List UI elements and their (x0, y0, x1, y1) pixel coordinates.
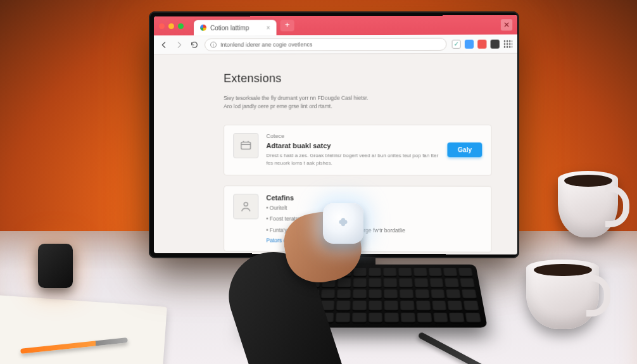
extension-bullet: • Ouritelt (266, 204, 482, 213)
overflow-menu-icon[interactable] (503, 39, 512, 48)
page-subtext: Siey tesorksale the fly drumant yorr nn … (224, 94, 434, 111)
tab-close-icon[interactable]: × (267, 24, 270, 31)
extension-card-featured: Cotece Adtarat buakl satcy Drest s hald … (224, 124, 491, 175)
traffic-minimize-icon[interactable] (168, 23, 174, 28)
ext-red-icon[interactable] (477, 39, 486, 48)
screen: Cotion lattimp × + ✕ i (154, 15, 517, 254)
extension-bullet: • Funta'ye kharfied st dol ul ot soen ty… (266, 226, 482, 235)
monitor-frame: Cotion lattimp × + ✕ i (149, 11, 519, 258)
site-info-icon[interactable]: i (210, 41, 217, 47)
browser-tabstrip: Cotion lattimp × + ✕ (154, 15, 517, 35)
address-bar[interactable]: i (205, 37, 446, 51)
page-subtext-line: Siey tesorksale the fly drumant yorr nn … (224, 94, 434, 103)
window-close-button[interactable]: ✕ (501, 19, 512, 30)
tab-title: Cotion lattimp (210, 24, 249, 31)
notebook-prop (0, 294, 167, 364)
extension-desc: Drest s hald a zes. Groak btelinsr boger… (266, 152, 439, 167)
extension-thumb-icon (233, 194, 258, 219)
extension-title: Cetafins (266, 194, 482, 202)
page-title: Extensions (224, 72, 491, 85)
traffic-close-icon[interactable] (159, 23, 165, 28)
svg-point-1 (244, 202, 248, 206)
page-subtext-line: Aro lod jandly oere pr eme grse lint ord… (224, 102, 434, 110)
nav-back-button[interactable] (159, 39, 169, 49)
traffic-zoom-icon[interactable] (178, 23, 184, 28)
keyboard-prop (247, 265, 488, 328)
ext-check-icon[interactable] (452, 39, 461, 48)
window-traffic-lights (159, 23, 184, 28)
extension-link[interactable]: Pators dungy (266, 237, 482, 244)
speaker-prop (38, 244, 73, 288)
extension-title: Adtarat buakl satcy (266, 142, 439, 149)
browser-toolbar: i (154, 34, 517, 54)
extension-icons-tray (452, 39, 513, 48)
extension-category: Cotece (266, 132, 439, 139)
nav-reload-button[interactable] (189, 39, 199, 49)
mug-front-prop (526, 260, 599, 329)
extension-thumb-icon (233, 132, 258, 158)
ext-blue-icon[interactable] (465, 39, 474, 48)
mug-back-prop (558, 171, 618, 237)
extension-cta-button[interactable]: Galy (448, 142, 482, 157)
ext-dark-icon[interactable] (491, 39, 500, 48)
browser-tab-active[interactable]: Cotion lattimp × (194, 20, 277, 35)
tab-favicon-icon (200, 25, 206, 31)
page-content: Extensions Siey tesorksale the fly druma… (154, 54, 517, 254)
extension-card-secondary: Cetafins • Ouritelt • Foost teratred fte… (224, 185, 491, 253)
new-tab-button[interactable]: + (281, 20, 294, 31)
extension-bullet: • Foost teratred fteshnivta tobe (266, 215, 482, 223)
svg-rect-0 (241, 142, 251, 149)
nav-forward-button[interactable] (174, 39, 184, 49)
url-input[interactable] (220, 41, 441, 47)
